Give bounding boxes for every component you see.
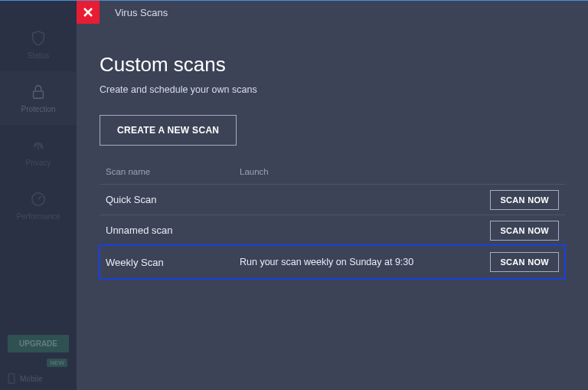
sidebar-item-label: Protection — [21, 105, 55, 113]
scan-now-button[interactable]: SCAN NOW — [490, 221, 559, 241]
content: Custom scans Create and schedule your ow… — [77, 24, 588, 279]
sidebar: Status Protection Privacy Performance UP… — [0, 1, 77, 390]
upgrade-button[interactable]: UPGRADE — [8, 335, 69, 352]
create-new-scan-button[interactable]: CREATE A NEW SCAN — [100, 115, 237, 146]
close-icon — [83, 8, 93, 17]
sidebar-footer: UPGRADE NEW Mobile — [0, 329, 77, 390]
scan-row[interactable]: Weekly ScanRun your scan weekly on Sunda… — [100, 245, 565, 279]
scan-now-button[interactable]: SCAN NOW — [490, 252, 559, 272]
scan-name: Quick Scan — [106, 194, 240, 205]
sidebar-mobile-link[interactable]: Mobile — [8, 373, 69, 384]
sidebar-item-protection[interactable]: Protection — [0, 71, 77, 125]
mobile-icon — [8, 373, 15, 384]
shield-icon — [30, 30, 47, 47]
sidebar-mobile-label: Mobile — [20, 375, 42, 383]
sidebar-item-performance[interactable]: Performance — [0, 179, 77, 232]
page-subtitle: Create and schedule your own scans — [100, 84, 565, 95]
fingerprint-icon — [30, 137, 47, 154]
scan-name: Weekly Scan — [106, 257, 240, 268]
main-panel: Virus Scans Custom scans Create and sche… — [77, 1, 588, 390]
svg-rect-2 — [8, 374, 15, 383]
scan-row[interactable]: Quick ScanSCAN NOW — [100, 184, 565, 215]
gauge-icon — [30, 191, 47, 208]
scan-rows: Quick ScanSCAN NOWUnnamed scanSCAN NOWWe… — [100, 184, 565, 279]
header-bar: Virus Scans — [77, 1, 588, 24]
page-heading: Custom scans — [100, 53, 565, 77]
table-header: Scan name Launch — [100, 164, 565, 184]
sidebar-item-privacy[interactable]: Privacy — [0, 125, 77, 179]
sidebar-item-label: Status — [28, 51, 49, 60]
scan-launch-text: Run your scan weekly on Sunday at 9:30 — [240, 257, 490, 267]
sidebar-item-status[interactable]: Status — [0, 18, 77, 71]
new-badge: NEW — [47, 359, 67, 367]
sidebar-item-label: Performance — [16, 212, 60, 221]
sidebar-item-label: Privacy — [26, 159, 51, 167]
column-scan-name: Scan name — [106, 167, 240, 176]
header-title: Virus Scans — [115, 7, 168, 18]
scan-name: Unnamed scan — [106, 224, 240, 236]
lock-icon — [30, 84, 47, 100]
close-button[interactable] — [77, 1, 100, 24]
scan-now-button[interactable]: SCAN NOW — [490, 190, 559, 210]
svg-rect-0 — [34, 91, 44, 98]
scan-row[interactable]: Unnamed scanSCAN NOW — [100, 215, 565, 245]
column-launch: Launch — [240, 167, 559, 176]
